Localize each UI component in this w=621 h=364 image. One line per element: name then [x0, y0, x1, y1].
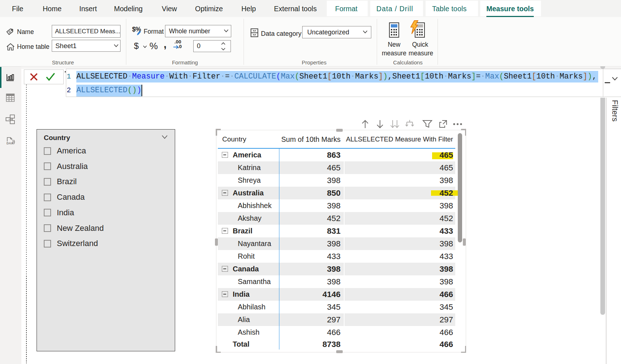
svg-text:DAX: DAX: [7, 141, 13, 145]
